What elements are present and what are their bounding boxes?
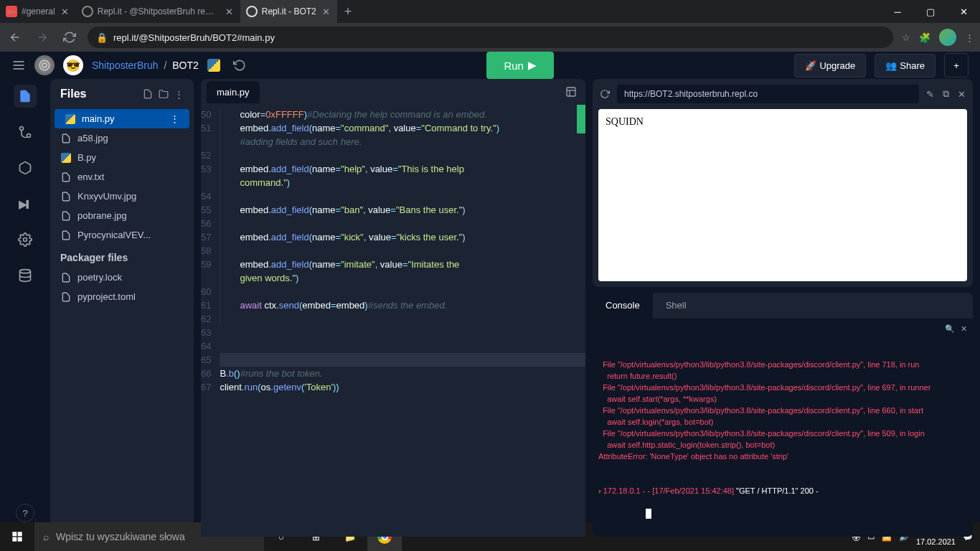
url-text: repl.it/@ShitposterBruh/BOT2#main.py [113,32,275,43]
share-button[interactable]: 👥Share [875,54,936,77]
file-item[interactable]: poetry.lock [50,268,194,287]
reload-icon[interactable] [598,88,611,100]
packages-icon[interactable] [14,156,37,179]
address-bar[interactable]: 🔒 repl.it/@ShitposterBruh/BOT2#main.py [88,27,893,48]
editor-tab[interactable]: main.py [207,81,260,103]
file-item[interactable]: pobrane.jpg [50,206,194,225]
reload-button[interactable] [60,28,79,47]
files-title: Files [60,88,137,100]
console-tab[interactable]: Console [593,293,653,319]
svg-point-5 [20,127,24,131]
file-menu-icon[interactable]: ⋮ [170,113,179,124]
tab-title: Repl.it - BOT2 [262,6,316,17]
start-button[interactable] [0,522,34,551]
file-item[interactable]: main.py⋮ [55,109,189,128]
file-icon [60,230,72,240]
search-icon[interactable]: 🔍 [945,323,955,334]
preview-url[interactable]: https://BOT2.shitposterbruh.repl.co [617,85,919,103]
browser-tab-active[interactable]: Repl.it - BOT2 ✕ [240,0,337,23]
settings-icon[interactable] [14,228,37,251]
close-icon[interactable]: ✕ [956,88,967,101]
file-name: pobrane.jpg [77,210,127,221]
browser-titlebar: 1k+ #general ✕ Repl.it - @ShitposterBruh… [0,0,980,23]
browser-toolbar: 🔒 repl.it/@ShitposterBruh/BOT2#main.py ☆… [0,23,980,52]
run-button[interactable]: Run ▶ [486,52,554,79]
file-name: a58.jpg [77,133,108,143]
file-name: env.txt [77,171,104,182]
close-icon[interactable]: ✕ [60,5,70,19]
back-button[interactable] [6,28,24,47]
more-icon[interactable]: ⋮ [174,89,184,100]
minimap[interactable] [577,105,585,133]
help-icon[interactable]: ? [16,504,34,522]
add-button[interactable]: + [944,53,969,77]
file-item[interactable]: KnxyvUmv.jpg [50,187,194,206]
edit-icon[interactable]: ✎ [925,88,936,101]
svg-rect-14 [12,537,17,542]
file-name: PyrocynicalVEV... [77,230,151,240]
svg-rect-15 [18,537,22,542]
svg-point-3 [39,60,50,70]
file-item[interactable]: a58.jpg [50,128,194,148]
replit-logo[interactable] [34,55,55,75]
replit-icon [82,6,93,17]
breadcrumb-user[interactable]: ShitposterBruh [92,60,159,71]
file-item[interactable]: PyrocynicalVEV... [50,225,194,245]
extensions-icon[interactable]: 🧩 [919,32,930,43]
file-icon [60,172,72,182]
file-name: pyproject.toml [77,291,136,302]
shell-tab[interactable]: Shell [653,293,699,319]
debug-icon[interactable]: ▶▌ [14,192,37,215]
hamburger-icon[interactable] [11,58,26,72]
new-file-icon[interactable] [143,89,153,99]
discord-icon: 1k+ [6,6,17,17]
minimize-button[interactable]: ─ [881,0,914,23]
file-item[interactable]: pyproject.toml [50,287,194,306]
profile-avatar[interactable] [939,29,956,46]
file-name: poetry.lock [77,272,122,283]
menu-icon[interactable]: ⋮ [965,32,974,43]
close-icon[interactable]: ✕ [224,5,235,19]
new-tab-button[interactable]: + [337,4,359,19]
sidebar: ▶▌ ? [7,79,43,537]
browser-tab[interactable]: 1k+ #general ✕ [0,0,76,23]
svg-point-6 [27,134,31,138]
file-item[interactable]: env.txt [50,167,194,187]
code-editor[interactable]: 505152535455565758596061626364656667 col… [201,105,585,537]
editor-panel: main.py 50515253545556575859606162636465… [201,79,585,537]
new-folder-icon[interactable] [159,89,169,99]
open-external-icon[interactable]: ⧉ [941,87,951,101]
replit-icon [246,6,258,17]
clear-icon[interactable]: ✕ [961,323,967,334]
breadcrumb: ShitposterBruh / BOT2 [92,60,199,71]
close-button[interactable]: ✕ [947,0,980,23]
star-icon[interactable]: ☆ [902,32,910,43]
vcs-icon[interactable] [14,121,37,143]
preview-content: SQUIDN [598,109,967,281]
tab-title: #general [22,6,55,17]
file-icon [65,114,76,124]
files-icon[interactable] [14,85,37,108]
maximize-button[interactable]: ▢ [914,0,947,23]
layout-icon[interactable] [562,83,580,100]
file-icon [60,153,72,163]
database-icon[interactable] [14,264,37,287]
breadcrumb-project[interactable]: BOT2 [172,60,199,71]
file-icon [60,273,72,283]
user-avatar[interactable]: 😎 [63,55,83,75]
browser-tab[interactable]: Repl.it - @ShitposterBruh remove ✕ [76,0,240,23]
console-output[interactable]: 🔍 ✕ File "/opt/virtualenvs/python3/lib/p… [593,319,973,537]
file-icon [60,211,72,221]
upgrade-button[interactable]: 🚀Upgrade [794,54,866,77]
history-icon[interactable] [233,59,246,72]
close-icon[interactable]: ✕ [321,5,331,19]
tab-title: Repl.it - @ShitposterBruh remove [98,6,220,17]
share-icon: 👥 [885,60,897,71]
file-icon [60,192,72,202]
svg-point-4 [42,63,47,67]
file-item[interactable]: B.py [50,148,194,167]
svg-rect-12 [12,532,17,536]
python-icon [207,59,220,72]
forward-button[interactable] [33,28,52,47]
app-header: 😎 ShitposterBruh / BOT2 Run ▶ 🚀Upgrade 👥… [0,52,980,79]
